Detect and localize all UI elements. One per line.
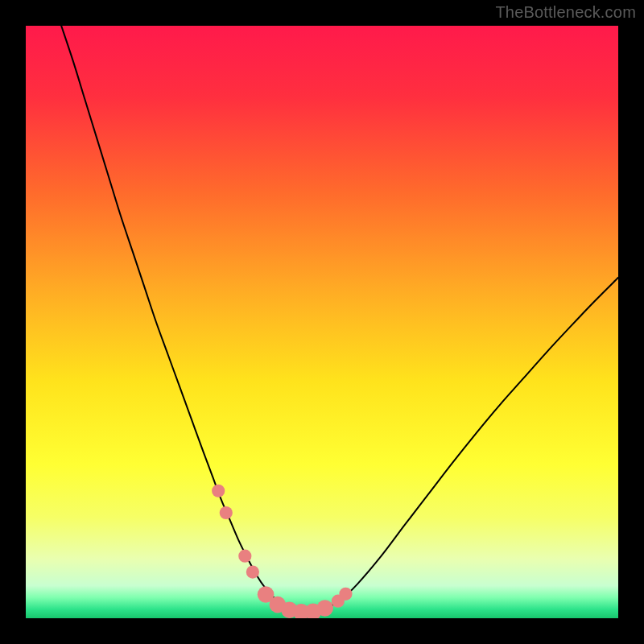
curve-marker	[246, 565, 259, 578]
curve-marker	[316, 600, 333, 617]
gradient-background	[26, 26, 618, 618]
chart-stage: TheBottleneck.com	[0, 0, 644, 644]
curve-marker	[238, 550, 251, 563]
curve-marker	[220, 506, 233, 519]
curve-marker	[339, 588, 352, 601]
bottleneck-chart	[0, 0, 644, 644]
curve-marker	[212, 485, 225, 497]
